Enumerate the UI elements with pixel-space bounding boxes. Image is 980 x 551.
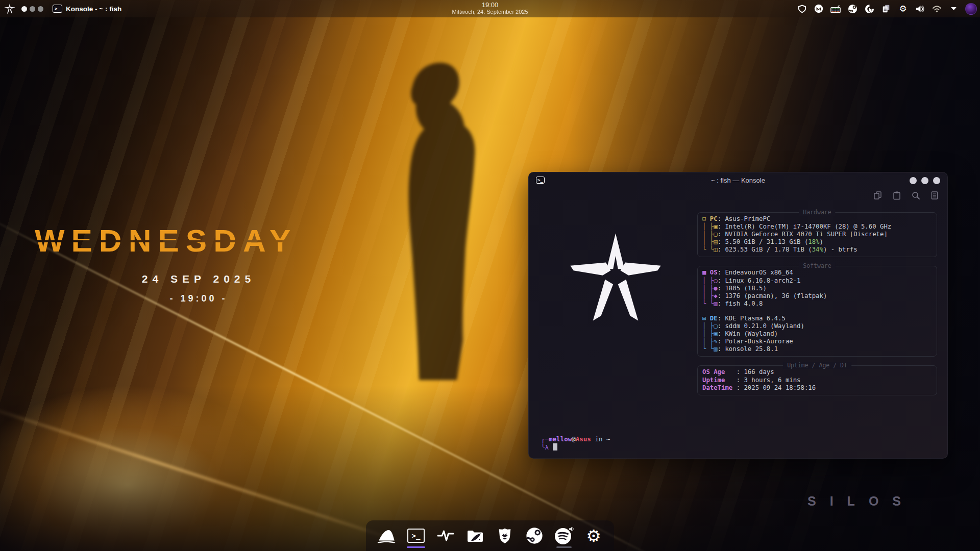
steam-icon[interactable] (847, 4, 857, 14)
weekday-text: WEDNESDAY (35, 222, 362, 259)
konsole-window: >_ ~ : fish — Konsole (528, 172, 948, 459)
virtual-desktop-pager[interactable] (21, 6, 43, 12)
network-icon[interactable] (932, 4, 942, 14)
terminal-line: │ ├○: Linux 6.16.8-arch2-1 (702, 277, 932, 285)
window-buttons (910, 177, 940, 184)
terminal-line: Uptime : 3 hours, 6 mins (702, 377, 932, 384)
close-button[interactable] (933, 177, 940, 184)
panel-left-group: >_ Konsole - ~ : fish (0, 3, 121, 14)
system-tray: ⚙ (797, 0, 977, 17)
fetch-section-software: Software■ OS: EndeavourOS x86_64│ ├○: Li… (697, 266, 937, 357)
panel-clock[interactable]: 19:00 Mittwoch, 24. September 2025 (452, 0, 528, 17)
screen-tool-icon[interactable] (864, 4, 874, 14)
clipboard-icon[interactable] (881, 4, 891, 14)
menu-icon[interactable] (930, 191, 939, 200)
terminal-line: │ ├◆: 1376 (pacman), 36 (flatpak) (702, 292, 932, 300)
terminal-line: │ ├▢: NVIDIA GeForce RTX 4070 Ti SUPER [… (702, 231, 932, 238)
woman-silhouette (375, 54, 513, 380)
running-task-indicator (556, 546, 572, 548)
minimize-button[interactable] (910, 177, 917, 184)
clock-date: Mittwoch, 24. September 2025 (452, 9, 528, 15)
pager-dot[interactable] (30, 6, 35, 12)
maximize-button[interactable] (921, 177, 928, 184)
dock-item-spotify[interactable] (553, 522, 575, 549)
wallpaper-clock-widget: WEDNESDAY 24 SEP 2025 - 19:00 - (35, 222, 362, 304)
pager-dot[interactable] (21, 6, 27, 12)
dock-item-brave[interactable] (494, 522, 516, 549)
active-task-indicator (407, 546, 425, 548)
terminal-line: OS Age : 166 days (702, 368, 932, 376)
desktop: WEDNESDAY 24 SEP 2025 - 19:00 - SILOS >_… (0, 0, 980, 551)
gear-icon[interactable]: ⚙ (898, 4, 908, 14)
rgb-keyboard-icon[interactable] (830, 4, 841, 14)
konsole-icon: >_ (53, 5, 62, 13)
distro-star-icon[interactable] (4, 3, 15, 14)
dolphin-icon (465, 527, 485, 544)
wallpaper-date: 24 SEP 2025 (35, 273, 362, 285)
terminal-titlebar[interactable]: >_ ~ : fish — Konsole (529, 172, 947, 188)
dock-item-steam[interactable] (523, 522, 546, 549)
fetch-section-uptime-age-dt: Uptime / Age / DTOS Age : 166 daysUptime… (697, 365, 937, 395)
konsole-icon: >_ (407, 529, 425, 543)
shell-prompt[interactable]: ╭─mellow@Asus in ~╰λ (541, 435, 610, 451)
dock-item-dolphin[interactable] (464, 522, 486, 549)
audio-playing-badge (569, 527, 573, 531)
shield-icon[interactable] (797, 4, 807, 14)
taskbar-entry-konsole[interactable]: >_ Konsole - ~ : fish (53, 5, 121, 13)
terminal-line: │ ├✎: Polar-Dusk-Aurorae (702, 338, 932, 345)
terminal-line: │ ├▢: sddm 0.21.0 (Wayland) (702, 322, 932, 330)
spotify-icon (554, 526, 574, 545)
pager-dot[interactable] (38, 6, 43, 12)
terminal-toolbar (873, 191, 939, 200)
terminal-line: │ ├▤: 5.50 GiB / 31.13 GiB (18%) (702, 238, 932, 246)
terminal-line: └ └▥: fish 4.0.8 (702, 300, 932, 308)
clock-time: 19:00 (452, 1, 528, 9)
mega-icon[interactable] (814, 4, 824, 14)
terminal-line: ⊟ DE: KDE Plasma 6.4.5 (702, 315, 932, 322)
terminal-line: │ ├●: 1805 (18.5) (702, 285, 932, 292)
search-icon[interactable] (911, 191, 920, 200)
section-label: Uptime / Age / DT (783, 362, 851, 369)
dock-item-pulse[interactable] (434, 522, 457, 549)
fetch-section-hardware: Hardware⊟ PC: Asus-PrimePC│ ├▣: Intel(R)… (697, 212, 937, 257)
endeavouros-icon (376, 526, 397, 545)
terminal-line: │ ├▣: KWin (Wayland) (702, 330, 932, 338)
silos-watermark: SILOS (807, 494, 915, 509)
section-label: Software (799, 262, 835, 269)
pulse-icon (436, 528, 455, 544)
brave-icon (496, 527, 514, 544)
taskbar-window-title: Konsole - ~ : fish (66, 5, 121, 13)
paste-icon[interactable] (892, 191, 901, 200)
steam-icon (525, 527, 544, 545)
chevron-down-icon[interactable] (948, 4, 959, 14)
terminal-line: └ └▥: konsole 25.8.1 (702, 345, 932, 353)
top-panel: >_ Konsole - ~ : fish 19:00 Mittwoch, 24… (0, 0, 980, 17)
terminal-line: ╭─mellow@Asus in ~ (541, 435, 610, 443)
terminal-line: DateTime : 2025-09-24 18:58:16 (702, 384, 932, 392)
distro-star-logo (557, 229, 674, 325)
section-label: Hardware (799, 209, 835, 216)
dock-item-settings[interactable]: ⚙ (582, 522, 605, 549)
terminal-line: └ └◫: 623.53 GiB / 1.78 TiB (34%) - btrf… (702, 246, 932, 254)
terminal-line: ╰λ (541, 443, 610, 452)
fastfetch-output: Hardware⊟ PC: Asus-PrimePC│ ├▣: Intel(R)… (697, 212, 937, 404)
launcher-orb-icon[interactable] (965, 3, 977, 15)
terminal-window-title: ~ : fish — Konsole (529, 172, 947, 189)
dock-item-endeavouros[interactable] (375, 522, 398, 549)
dock-item-konsole[interactable]: >_ (405, 522, 427, 549)
settings-gear-icon: ⚙ (586, 528, 601, 544)
terminal-line: │ ├▣: Intel(R) Core(TM) i7-14700KF (28) … (702, 223, 932, 231)
volume-icon[interactable] (915, 4, 925, 14)
terminal-line: ⊟ PC: Asus-PrimePC (702, 215, 932, 223)
dock: >_ (366, 520, 614, 551)
terminal-line: ■ OS: EndeavourOS x86_64 (702, 269, 932, 277)
wallpaper-time: - 19:00 - (35, 293, 362, 304)
copy-icon[interactable] (873, 191, 883, 200)
